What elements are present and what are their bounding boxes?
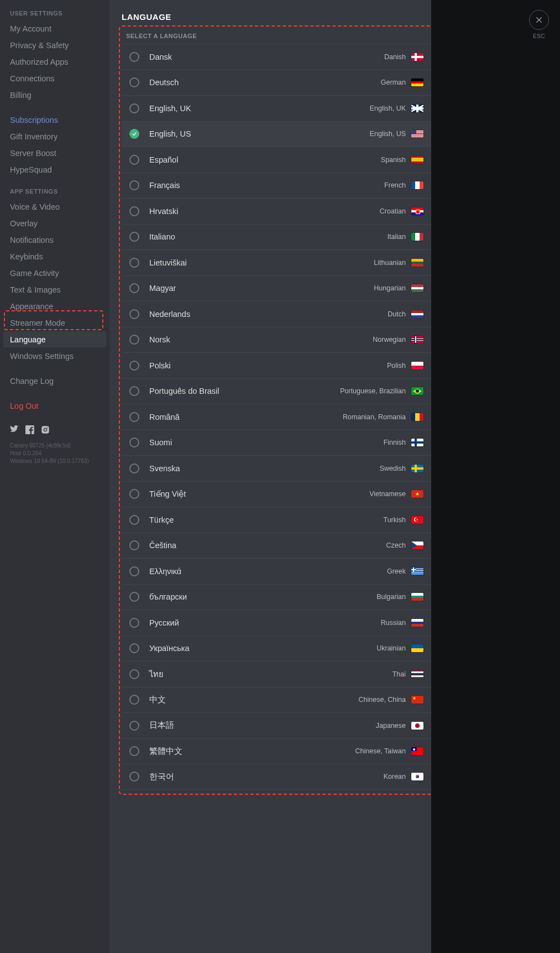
language-option[interactable]: EspañolSpanish xyxy=(122,147,431,173)
social-links xyxy=(3,422,106,442)
language-option[interactable]: Português do BrasilPortuguese, Brazilian xyxy=(122,378,431,404)
close-button[interactable] xyxy=(529,10,549,30)
language-english-label: Chinese, China xyxy=(359,696,406,704)
esc-label: ESC xyxy=(533,33,545,39)
language-option[interactable]: DeutschGerman xyxy=(122,70,431,96)
sidebar-item-connections[interactable]: Connections xyxy=(3,70,106,86)
language-native-label: 繁體中文 xyxy=(149,746,355,757)
sidebar-item-change-log[interactable]: Change Log xyxy=(3,373,106,389)
radio-unchecked-icon xyxy=(129,540,139,550)
radio-unchecked-icon xyxy=(129,515,139,525)
radio-unchecked-icon xyxy=(129,669,139,679)
sidebar-item-overlay[interactable]: Overlay xyxy=(3,215,106,231)
language-option[interactable]: English, UKEnglish, UK xyxy=(122,95,431,121)
flag-icon xyxy=(411,156,423,164)
section-header-app-settings: APP SETTINGS xyxy=(3,186,106,198)
sidebar-item-gift-inventory[interactable]: Gift Inventory xyxy=(3,128,106,144)
language-option[interactable]: SuomiFinnish xyxy=(122,430,431,456)
flag-icon xyxy=(411,413,423,421)
build-line-1: Canary 60725 (4c89c5d) xyxy=(10,442,100,450)
language-option[interactable]: 中文Chinese, China xyxy=(122,687,431,713)
language-native-label: Pусский xyxy=(149,618,381,627)
language-option[interactable]: УкраїнськаUkrainian xyxy=(122,636,431,662)
language-option[interactable]: PolskiPolish xyxy=(122,352,431,378)
sidebar-item-notifications[interactable]: Notifications xyxy=(3,232,106,248)
language-option[interactable]: 한국어Korean xyxy=(122,764,431,790)
language-option[interactable]: ItalianoItalian xyxy=(122,224,431,250)
section-header-user-settings: USER SETTINGS xyxy=(3,8,106,20)
language-option[interactable]: PусскийRussian xyxy=(122,610,431,636)
radio-unchecked-icon xyxy=(129,77,139,87)
language-english-label: Romanian, Romania xyxy=(343,413,406,421)
language-english-label: Norwegian xyxy=(373,336,406,343)
radio-unchecked-icon xyxy=(129,746,139,756)
twitter-icon[interactable] xyxy=(10,425,19,436)
sidebar-item-my-account[interactable]: My Account xyxy=(3,20,106,37)
sidebar-item-voice-video[interactable]: Voice & Video xyxy=(3,199,106,215)
language-english-label: Bulgarian xyxy=(376,593,406,601)
language-option[interactable]: българскиBulgarian xyxy=(122,584,431,610)
facebook-icon[interactable] xyxy=(25,425,34,436)
sidebar-item-streamer-mode[interactable]: Streamer Mode xyxy=(3,315,106,331)
language-english-label: English, US xyxy=(370,130,406,138)
sidebar-item-keybinds[interactable]: Keybinds xyxy=(3,248,106,264)
sidebar-item-language[interactable]: Language xyxy=(3,331,106,347)
flag-icon xyxy=(411,259,423,267)
sidebar-item-billing[interactable]: Billing xyxy=(3,87,106,103)
language-option[interactable]: MagyarHungarian xyxy=(122,275,431,301)
language-option[interactable]: ČeštinaCzech xyxy=(122,533,431,559)
language-option[interactable]: HrvatskiCroatian xyxy=(122,198,431,224)
flag-icon xyxy=(411,619,423,627)
sidebar-item-authorized-apps[interactable]: Authorized Apps xyxy=(3,54,106,70)
sidebar-item-hypesquad[interactable]: HypeSquad xyxy=(3,162,106,178)
language-option[interactable]: TürkçeTurkish xyxy=(122,507,431,533)
language-option[interactable]: Tiếng ViệtVietnamese xyxy=(122,481,431,507)
language-option[interactable]: English, USEnglish, US xyxy=(122,121,431,147)
language-option[interactable]: 日本語Japanese xyxy=(122,712,431,738)
language-native-label: Polski xyxy=(149,361,387,370)
flag-icon xyxy=(411,490,423,498)
instagram-icon[interactable] xyxy=(41,425,50,436)
build-info: Canary 60725 (4c89c5d) Host 0.0.264 Wind… xyxy=(3,442,106,465)
language-option[interactable]: FrançaisFrench xyxy=(122,173,431,199)
language-native-label: Français xyxy=(149,181,384,190)
flag-icon xyxy=(411,696,423,704)
radio-unchecked-icon xyxy=(129,618,139,628)
sidebar-item-server-boost[interactable]: Server Boost xyxy=(3,145,106,161)
sidebar-item-subscriptions[interactable]: Subscriptions xyxy=(3,112,106,128)
flag-icon xyxy=(411,233,423,241)
sidebar-item-windows-settings[interactable]: Windows Settings xyxy=(3,348,106,364)
panel-header: SELECT A LANGUAGE xyxy=(122,33,431,44)
sidebar-item-logout[interactable]: Log Out xyxy=(3,398,106,414)
settings-sidebar: USER SETTINGS My Account Privacy & Safet… xyxy=(0,0,109,953)
flag-icon xyxy=(411,53,423,61)
sidebar-item-appearance[interactable]: Appearance xyxy=(3,298,106,314)
radio-unchecked-icon xyxy=(129,592,139,602)
language-native-label: Türkçe xyxy=(149,515,383,524)
radio-unchecked-icon xyxy=(129,206,139,216)
language-option[interactable]: NorskNorwegian xyxy=(122,327,431,353)
language-english-label: Ukrainian xyxy=(376,644,406,652)
radio-unchecked-icon xyxy=(129,180,139,190)
flag-icon xyxy=(411,387,423,395)
build-line-2: Host 0.0.264 xyxy=(10,450,100,457)
flag-icon xyxy=(411,284,423,292)
language-option[interactable]: NederlandsDutch xyxy=(122,301,431,327)
language-english-label: Finnish xyxy=(384,439,406,446)
sidebar-item-game-activity[interactable]: Game Activity xyxy=(3,265,106,281)
language-native-label: Italiano xyxy=(149,232,388,241)
language-english-label: Portuguese, Brazilian xyxy=(340,387,406,395)
flag-icon xyxy=(411,593,423,601)
language-option[interactable]: LietuviškaiLithuanian xyxy=(122,249,431,275)
language-option[interactable]: RomânăRomanian, Romania xyxy=(122,404,431,430)
language-option[interactable]: ΕλληνικάGreek xyxy=(122,558,431,584)
radio-unchecked-icon xyxy=(129,361,139,371)
language-option[interactable]: ไทยThai xyxy=(122,661,431,687)
sidebar-item-text-images[interactable]: Text & Images xyxy=(3,282,106,298)
language-native-label: Español xyxy=(149,155,381,164)
language-option[interactable]: 繁體中文Chinese, Taiwan xyxy=(122,738,431,764)
radio-checked-icon xyxy=(129,129,139,139)
sidebar-item-privacy-safety[interactable]: Privacy & Safety xyxy=(3,37,106,53)
language-option[interactable]: DanskDanish xyxy=(122,44,431,70)
language-option[interactable]: SvenskaSwedish xyxy=(122,455,431,481)
